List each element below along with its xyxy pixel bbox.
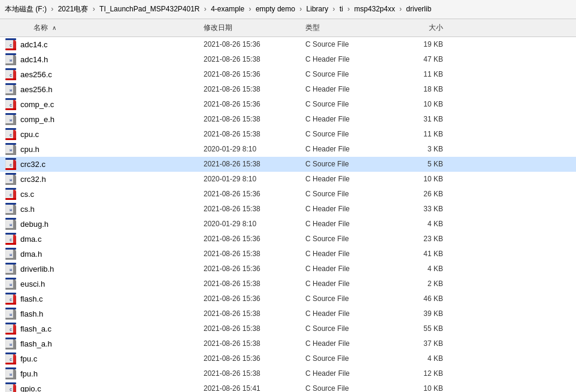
file-modified: 2021-08-26 15:38 bbox=[204, 324, 305, 333]
file-modified: 2021-08-26 15:38 bbox=[204, 369, 305, 378]
svg-rect-94 bbox=[5, 273, 16, 275]
table-row[interactable]: C cpu.c 2021-08-26 15:38 C Source File 1… bbox=[0, 127, 576, 142]
file-modified: 2021-08-26 15:36 bbox=[204, 40, 305, 48]
table-row[interactable]: C cs.c 2021-08-26 15:36 C Source File 26… bbox=[0, 187, 576, 202]
column-type[interactable]: 类型 bbox=[305, 23, 407, 33]
file-type: C Source File bbox=[305, 354, 407, 363]
table-row[interactable]: C dma.c 2021-08-26 15:36 C Source File 2… bbox=[0, 232, 576, 247]
file-name-label: cpu.c bbox=[20, 130, 39, 139]
table-row[interactable]: C flash_a.c 2021-08-26 15:38 C Source Fi… bbox=[0, 321, 576, 336]
svg-rect-106 bbox=[5, 303, 16, 305]
breadcrumb-item[interactable]: TI_LaunchPad_MSP432P401R bbox=[99, 5, 199, 13]
file-type: C Header File bbox=[305, 205, 407, 213]
table-row[interactable]: C flash.c 2021-08-26 15:36 C Source File… bbox=[0, 291, 576, 306]
c-source-icon: C bbox=[5, 158, 17, 170]
breadcrumb-separator: › bbox=[202, 5, 209, 13]
file-name-label: cpu.h bbox=[20, 145, 40, 154]
svg-rect-75 bbox=[5, 218, 16, 220]
table-row[interactable]: H comp_e.h 2021-08-26 15:38 C Header Fil… bbox=[0, 112, 576, 127]
svg-rect-69 bbox=[5, 203, 16, 205]
file-size: 10 KB bbox=[407, 175, 455, 183]
breadcrumb-item[interactable]: empty demo bbox=[256, 5, 295, 13]
file-name-label: cs.h bbox=[20, 205, 35, 214]
breadcrumb-item[interactable]: driverlib bbox=[406, 5, 431, 13]
file-name: C crc32.c bbox=[0, 158, 204, 170]
c-source-icon: C bbox=[5, 38, 17, 50]
svg-rect-87 bbox=[5, 248, 16, 250]
file-name: H aes256.h bbox=[0, 83, 204, 95]
table-row[interactable]: C adc14.c 2021-08-26 15:36 C Source File… bbox=[0, 37, 576, 52]
file-size: 46 KB bbox=[407, 294, 455, 303]
svg-text:C: C bbox=[10, 133, 12, 137]
file-size: 19 KB bbox=[407, 40, 455, 48]
table-row[interactable]: H cpu.h 2020-01-29 8:10 C Header File 3 … bbox=[0, 142, 576, 157]
table-row[interactable]: H cs.h 2021-08-26 15:38 C Header File 33… bbox=[0, 202, 576, 217]
file-size: 39 KB bbox=[407, 309, 455, 318]
table-row[interactable]: H debug.h 2020-01-29 8:10 C Header File … bbox=[0, 217, 576, 232]
column-modified[interactable]: 修改日期 bbox=[204, 23, 305, 33]
file-name: C flash.c bbox=[0, 293, 204, 305]
table-row[interactable]: H driverlib.h 2021-08-26 15:36 C Header … bbox=[0, 262, 576, 276]
file-list[interactable]: C adc14.c 2021-08-26 15:36 C Source File… bbox=[0, 37, 576, 392]
file-type: C Source File bbox=[305, 70, 407, 78]
table-row[interactable]: H eusci.h 2021-08-26 15:38 C Header File… bbox=[0, 276, 576, 291]
breadcrumb-separator: › bbox=[345, 5, 352, 13]
file-size: 2 KB bbox=[407, 279, 455, 288]
breadcrumb-separator: › bbox=[398, 5, 404, 13]
svg-rect-45 bbox=[5, 143, 16, 145]
column-name[interactable]: 名称 ∧ bbox=[0, 23, 204, 33]
svg-rect-135 bbox=[5, 367, 16, 369]
column-size[interactable]: 大小 bbox=[407, 23, 455, 33]
table-row[interactable]: C crc32.c 2021-08-26 15:38 C Source File… bbox=[0, 157, 576, 172]
file-type: C Header File bbox=[305, 145, 407, 153]
table-row[interactable]: C comp_e.c 2021-08-26 15:36 C Source Fil… bbox=[0, 97, 576, 112]
table-row[interactable]: H aes256.h 2021-08-26 15:38 C Header Fil… bbox=[0, 82, 576, 97]
breadcrumb-item[interactable]: Library bbox=[307, 5, 329, 13]
breadcrumb-separator: › bbox=[49, 5, 56, 13]
file-name: H driverlib.h bbox=[0, 263, 204, 275]
table-row[interactable]: H flash.h 2021-08-26 15:38 C Header File… bbox=[0, 306, 576, 321]
table-row[interactable]: C gpio.c 2021-08-26 15:41 C Source File … bbox=[0, 381, 576, 392]
file-modified: 2021-08-26 15:38 bbox=[204, 55, 305, 63]
file-name: H comp_e.h bbox=[0, 113, 204, 125]
file-modified: 2021-08-26 15:36 bbox=[204, 100, 305, 108]
file-name: H crc32.h bbox=[0, 173, 204, 185]
breadcrumb-item[interactable]: 2021电赛 bbox=[58, 5, 89, 13]
breadcrumb-item[interactable]: 4-example bbox=[211, 5, 244, 13]
file-name: C adc14.c bbox=[0, 38, 204, 50]
file-name-label: crc32.h bbox=[20, 175, 46, 184]
svg-rect-33 bbox=[5, 113, 16, 115]
svg-rect-140 bbox=[13, 385, 16, 392]
table-row[interactable]: H flash_a.h 2021-08-26 15:38 C Header Fi… bbox=[0, 336, 576, 351]
table-row[interactable]: C aes256.c 2021-08-26 15:36 C Source Fil… bbox=[0, 67, 576, 82]
breadcrumb-item[interactable]: ti bbox=[339, 5, 343, 13]
file-size: 11 KB bbox=[407, 130, 455, 138]
table-row[interactable]: H dma.h 2021-08-26 15:38 C Header File 4… bbox=[0, 247, 576, 262]
file-modified: 2021-08-26 15:38 bbox=[204, 115, 305, 123]
svg-rect-81 bbox=[5, 233, 16, 235]
file-type: C Header File bbox=[305, 175, 407, 183]
table-row[interactable]: H adc14.h 2021-08-26 15:38 C Header File… bbox=[0, 52, 576, 67]
file-modified: 2021-08-26 15:38 bbox=[204, 85, 305, 93]
file-modified: 2021-08-26 15:38 bbox=[204, 339, 305, 348]
table-row[interactable]: H crc32.h 2020-01-29 8:10 C Header File … bbox=[0, 172, 576, 187]
c-source-icon: C bbox=[5, 233, 17, 245]
table-row[interactable]: C fpu.c 2021-08-26 15:36 C Source File 4… bbox=[0, 351, 576, 366]
svg-text:C: C bbox=[10, 358, 12, 361]
svg-rect-4 bbox=[5, 48, 16, 50]
file-type: C Source File bbox=[305, 160, 407, 168]
breadcrumb-item[interactable]: msp432p4xx bbox=[354, 5, 395, 13]
file-type: C Header File bbox=[305, 309, 407, 318]
c-header-icon: H bbox=[5, 113, 17, 125]
file-type: C Header File bbox=[305, 250, 407, 258]
file-size: 12 KB bbox=[407, 369, 455, 378]
file-type: C Source File bbox=[305, 130, 407, 138]
svg-rect-51 bbox=[5, 158, 16, 160]
breadcrumb-item[interactable]: 本地磁盘 (F:) bbox=[5, 5, 47, 13]
file-type: C Source File bbox=[305, 294, 407, 303]
table-row[interactable]: H fpu.h 2021-08-26 15:38 C Header File 1… bbox=[0, 366, 576, 381]
file-size: 33 KB bbox=[407, 205, 455, 213]
svg-rect-63 bbox=[5, 188, 16, 190]
svg-rect-124 bbox=[5, 348, 16, 350]
file-name: H adc14.h bbox=[0, 53, 204, 65]
